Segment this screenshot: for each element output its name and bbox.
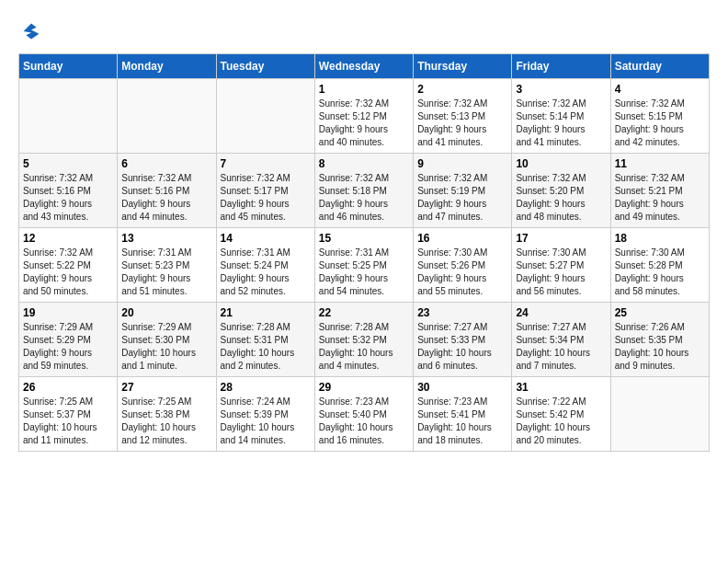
- calendar-cell: 29Sunrise: 7:23 AM Sunset: 5:40 PM Dayli…: [314, 377, 413, 452]
- calendar-cell: 8Sunrise: 7:32 AM Sunset: 5:18 PM Daylig…: [314, 154, 413, 228]
- day-number: 25: [615, 306, 705, 319]
- day-info: Sunrise: 7:32 AM Sunset: 5:20 PM Dayligh…: [516, 172, 606, 224]
- day-number: 6: [121, 157, 211, 170]
- day-number: 19: [23, 306, 113, 319]
- day-number: 15: [319, 232, 409, 245]
- day-number: 17: [516, 232, 606, 245]
- calendar-week-row: 12Sunrise: 7:32 AM Sunset: 5:22 PM Dayli…: [19, 228, 710, 303]
- day-number: 21: [221, 306, 311, 319]
- calendar-cell: 1Sunrise: 7:32 AM Sunset: 5:12 PM Daylig…: [314, 79, 413, 154]
- weekday-header-friday: Friday: [512, 54, 610, 79]
- day-info: Sunrise: 7:32 AM Sunset: 5:18 PM Dayligh…: [319, 172, 409, 224]
- day-number: 29: [319, 381, 409, 394]
- calendar-week-row: 19Sunrise: 7:29 AM Sunset: 5:29 PM Dayli…: [19, 303, 710, 377]
- calendar-cell: 11Sunrise: 7:32 AM Sunset: 5:21 PM Dayli…: [610, 154, 709, 228]
- day-info: Sunrise: 7:28 AM Sunset: 5:31 PM Dayligh…: [221, 321, 311, 373]
- day-info: Sunrise: 7:32 AM Sunset: 5:15 PM Dayligh…: [615, 98, 705, 149]
- day-info: Sunrise: 7:31 AM Sunset: 5:25 PM Dayligh…: [319, 247, 409, 298]
- calendar-table: SundayMondayTuesdayWednesdayThursdayFrid…: [18, 53, 710, 452]
- calendar-cell: 10Sunrise: 7:32 AM Sunset: 5:20 PM Dayli…: [512, 154, 610, 228]
- day-number: 11: [615, 157, 705, 170]
- day-info: Sunrise: 7:29 AM Sunset: 5:30 PM Dayligh…: [121, 321, 211, 373]
- logo-icon: [18, 18, 44, 44]
- day-number: 14: [221, 232, 311, 245]
- calendar-cell: 3Sunrise: 7:32 AM Sunset: 5:14 PM Daylig…: [512, 79, 610, 154]
- calendar-cell: 25Sunrise: 7:26 AM Sunset: 5:35 PM Dayli…: [610, 303, 709, 377]
- day-number: 12: [23, 232, 113, 245]
- calendar-cell: 5Sunrise: 7:32 AM Sunset: 5:16 PM Daylig…: [19, 154, 118, 228]
- weekday-header-wednesday: Wednesday: [314, 54, 413, 79]
- day-number: 23: [417, 306, 507, 319]
- calendar-week-row: 5Sunrise: 7:32 AM Sunset: 5:16 PM Daylig…: [19, 154, 710, 228]
- day-info: Sunrise: 7:28 AM Sunset: 5:32 PM Dayligh…: [319, 321, 409, 373]
- weekday-header-sunday: Sunday: [19, 54, 118, 79]
- page-header: [18, 18, 710, 44]
- day-info: Sunrise: 7:32 AM Sunset: 5:19 PM Dayligh…: [417, 172, 507, 224]
- day-info: Sunrise: 7:32 AM Sunset: 5:14 PM Dayligh…: [516, 98, 606, 149]
- day-info: Sunrise: 7:30 AM Sunset: 5:28 PM Dayligh…: [615, 247, 705, 298]
- day-info: Sunrise: 7:23 AM Sunset: 5:41 PM Dayligh…: [417, 396, 507, 447]
- day-info: Sunrise: 7:23 AM Sunset: 5:40 PM Dayligh…: [319, 396, 409, 447]
- day-number: 8: [319, 157, 409, 170]
- calendar-cell: 28Sunrise: 7:24 AM Sunset: 5:39 PM Dayli…: [216, 377, 314, 452]
- day-info: Sunrise: 7:32 AM Sunset: 5:12 PM Dayligh…: [319, 98, 409, 149]
- day-number: 28: [221, 381, 311, 394]
- day-number: 31: [516, 381, 606, 394]
- calendar-cell: [118, 79, 216, 154]
- calendar-cell: 30Sunrise: 7:23 AM Sunset: 5:41 PM Dayli…: [414, 377, 512, 452]
- calendar-header: SundayMondayTuesdayWednesdayThursdayFrid…: [19, 54, 710, 79]
- day-number: 26: [23, 381, 113, 394]
- calendar-cell: 16Sunrise: 7:30 AM Sunset: 5:26 PM Dayli…: [414, 228, 512, 303]
- calendar-cell: 15Sunrise: 7:31 AM Sunset: 5:25 PM Dayli…: [314, 228, 413, 303]
- day-info: Sunrise: 7:22 AM Sunset: 5:42 PM Dayligh…: [516, 396, 606, 447]
- calendar-cell: [216, 79, 314, 154]
- day-info: Sunrise: 7:32 AM Sunset: 5:21 PM Dayligh…: [615, 172, 705, 224]
- calendar-cell: 14Sunrise: 7:31 AM Sunset: 5:24 PM Dayli…: [216, 228, 314, 303]
- calendar-cell: 24Sunrise: 7:27 AM Sunset: 5:34 PM Dayli…: [512, 303, 610, 377]
- day-info: Sunrise: 7:32 AM Sunset: 5:16 PM Dayligh…: [23, 172, 113, 224]
- weekday-header-tuesday: Tuesday: [216, 54, 314, 79]
- day-number: 16: [417, 232, 507, 245]
- day-number: 30: [417, 381, 507, 394]
- day-info: Sunrise: 7:32 AM Sunset: 5:17 PM Dayligh…: [221, 172, 311, 224]
- calendar-cell: [610, 377, 709, 452]
- weekday-header-saturday: Saturday: [610, 54, 709, 79]
- day-info: Sunrise: 7:31 AM Sunset: 5:23 PM Dayligh…: [121, 247, 211, 298]
- day-number: 18: [615, 232, 705, 245]
- calendar-cell: 9Sunrise: 7:32 AM Sunset: 5:19 PM Daylig…: [414, 154, 512, 228]
- day-number: 1: [319, 83, 409, 96]
- weekday-header-monday: Monday: [118, 54, 216, 79]
- day-info: Sunrise: 7:27 AM Sunset: 5:33 PM Dayligh…: [417, 321, 507, 373]
- day-number: 24: [516, 306, 606, 319]
- calendar-cell: 21Sunrise: 7:28 AM Sunset: 5:31 PM Dayli…: [216, 303, 314, 377]
- calendar-cell: 4Sunrise: 7:32 AM Sunset: 5:15 PM Daylig…: [610, 79, 709, 154]
- weekday-header-row: SundayMondayTuesdayWednesdayThursdayFrid…: [19, 54, 710, 79]
- calendar-cell: 31Sunrise: 7:22 AM Sunset: 5:42 PM Dayli…: [512, 377, 610, 452]
- calendar-cell: 22Sunrise: 7:28 AM Sunset: 5:32 PM Dayli…: [314, 303, 413, 377]
- day-number: 9: [417, 157, 507, 170]
- calendar-cell: 27Sunrise: 7:25 AM Sunset: 5:38 PM Dayli…: [118, 377, 216, 452]
- day-info: Sunrise: 7:30 AM Sunset: 5:26 PM Dayligh…: [417, 247, 507, 298]
- day-number: 20: [121, 306, 211, 319]
- day-info: Sunrise: 7:32 AM Sunset: 5:22 PM Dayligh…: [23, 247, 113, 298]
- calendar-cell: 2Sunrise: 7:32 AM Sunset: 5:13 PM Daylig…: [414, 79, 512, 154]
- day-number: 2: [417, 83, 507, 96]
- day-number: 5: [23, 157, 113, 170]
- calendar-cell: 26Sunrise: 7:25 AM Sunset: 5:37 PM Dayli…: [19, 377, 118, 452]
- day-info: Sunrise: 7:30 AM Sunset: 5:27 PM Dayligh…: [516, 247, 606, 298]
- logo: [18, 18, 48, 44]
- day-info: Sunrise: 7:32 AM Sunset: 5:13 PM Dayligh…: [417, 98, 507, 149]
- day-number: 22: [319, 306, 409, 319]
- day-number: 7: [221, 157, 311, 170]
- calendar-cell: 18Sunrise: 7:30 AM Sunset: 5:28 PM Dayli…: [610, 228, 709, 303]
- day-number: 10: [516, 157, 606, 170]
- calendar-cell: [19, 79, 118, 154]
- calendar-week-row: 26Sunrise: 7:25 AM Sunset: 5:37 PM Dayli…: [19, 377, 710, 452]
- day-number: 4: [615, 83, 705, 96]
- day-info: Sunrise: 7:25 AM Sunset: 5:38 PM Dayligh…: [121, 396, 211, 447]
- calendar-cell: 13Sunrise: 7:31 AM Sunset: 5:23 PM Dayli…: [118, 228, 216, 303]
- day-number: 3: [516, 83, 606, 96]
- day-info: Sunrise: 7:25 AM Sunset: 5:37 PM Dayligh…: [23, 396, 113, 447]
- day-number: 27: [121, 381, 211, 394]
- calendar-body: 1Sunrise: 7:32 AM Sunset: 5:12 PM Daylig…: [19, 79, 710, 452]
